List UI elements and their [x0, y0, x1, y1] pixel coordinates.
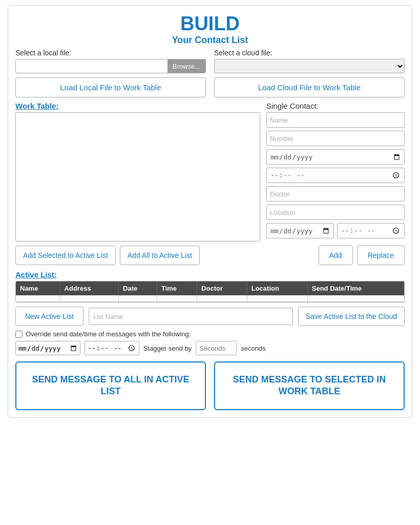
- add-selected-button[interactable]: Add Selected to Active List: [15, 246, 116, 265]
- col-time: Time: [157, 281, 197, 295]
- main-container: BUILD Your Contact List Select a local f…: [8, 5, 412, 418]
- col-doctor: Doctor: [197, 281, 247, 295]
- replace-contact-button[interactable]: Replace: [357, 246, 405, 265]
- new-active-list-button[interactable]: New Active List: [15, 307, 83, 326]
- contact-time2-input[interactable]: [337, 223, 405, 238]
- load-local-button[interactable]: Load Local File to Work Table: [15, 77, 206, 97]
- local-file-label: Select a local file:: [15, 49, 206, 57]
- stagger-unit: seconds: [241, 345, 265, 352]
- add-buttons-row: Add Selected to Active List Add All to A…: [15, 246, 405, 265]
- contact-location-input[interactable]: [266, 205, 405, 220]
- load-cloud-button[interactable]: Load Cloud File to Work Table: [214, 77, 405, 97]
- override-checkbox[interactable]: [15, 331, 23, 338]
- contact-doctor-input[interactable]: [266, 186, 405, 201]
- work-area: Work Table: Single Contact:: [15, 102, 405, 241]
- contact-name-input[interactable]: [266, 112, 405, 128]
- col-address: Address: [60, 281, 118, 295]
- title-line1: BUILD: [15, 13, 405, 35]
- browse-button[interactable]: Browse...: [167, 59, 205, 73]
- contact-number-input[interactable]: [266, 131, 405, 146]
- table-row[interactable]: [16, 295, 404, 302]
- bottom-controls: New Active List Save Active List to the …: [15, 307, 405, 326]
- cell-location: [247, 295, 307, 302]
- active-table-wrapper[interactable]: Name Address Date Time Doctor Location S…: [15, 281, 405, 302]
- active-table-header-row: Name Address Date Time Doctor Location S…: [16, 281, 404, 295]
- list-name-input[interactable]: [89, 308, 293, 325]
- save-cloud-button[interactable]: Save Active List to the Cloud: [298, 307, 405, 326]
- override-date-input[interactable]: [15, 341, 80, 355]
- single-contact-label: Single Contact:: [266, 102, 405, 110]
- cell-name: [16, 295, 60, 302]
- file-row: Select a local file: Browse... Load Loca…: [15, 49, 405, 97]
- local-file-col: Select a local file: Browse... Load Loca…: [15, 49, 206, 97]
- override-row: Override send date/time of messages with…: [15, 330, 405, 338]
- col-name: Name: [16, 281, 60, 295]
- col-send-datetime: Send Date/Time: [307, 281, 404, 295]
- override-label: Override send date/time of messages with…: [26, 330, 191, 338]
- cell-send-datetime: [307, 295, 404, 302]
- cell-date: [119, 295, 157, 302]
- contact-bottom-row: [266, 223, 405, 238]
- local-file-input[interactable]: [16, 62, 167, 71]
- single-contact-action-btns: Add Replace: [319, 246, 405, 265]
- active-table: Name Address Date Time Doctor Location S…: [16, 281, 404, 302]
- col-location: Location: [247, 281, 307, 295]
- page-title: BUILD Your Contact List: [15, 13, 405, 46]
- cloud-file-label: Select a cloud file:: [214, 49, 405, 57]
- contact-date-input[interactable]: [266, 149, 405, 165]
- add-all-button[interactable]: Add All to Active List: [120, 246, 200, 265]
- work-table-textarea[interactable]: [15, 112, 260, 241]
- work-table-col: Work Table:: [15, 102, 260, 241]
- cloud-file-select[interactable]: [214, 59, 405, 73]
- work-table-label: Work Table:: [15, 102, 260, 110]
- active-list-label: Active List:: [15, 270, 405, 279]
- send-buttons-row: SEND MESSAGE TO ALL IN ACTIVE LIST SEND …: [15, 361, 405, 410]
- cell-doctor: [197, 295, 247, 302]
- add-contact-button[interactable]: Add: [319, 246, 353, 265]
- single-contact-col: Single Contact:: [266, 102, 405, 241]
- title-line2: Your Contact List: [15, 35, 405, 46]
- cloud-file-col: Select a cloud file: Load Cloud File to …: [214, 49, 405, 97]
- stagger-input[interactable]: [196, 341, 237, 355]
- send-selected-button[interactable]: SEND MESSAGE TO SELECTED IN WORK TABLE: [214, 361, 405, 410]
- contact-time-input[interactable]: [266, 168, 405, 183]
- contact-date2-input[interactable]: [266, 223, 334, 238]
- send-all-button[interactable]: SEND MESSAGE TO ALL IN ACTIVE LIST: [15, 361, 206, 410]
- stagger-label: Stagger send by: [143, 345, 192, 352]
- cell-address: [60, 295, 118, 302]
- file-input-row: Browse...: [15, 59, 206, 73]
- override-date-row: Stagger send by seconds: [15, 341, 405, 355]
- cell-time: [157, 295, 197, 302]
- col-date: Date: [119, 281, 157, 295]
- override-time-input[interactable]: [85, 341, 139, 355]
